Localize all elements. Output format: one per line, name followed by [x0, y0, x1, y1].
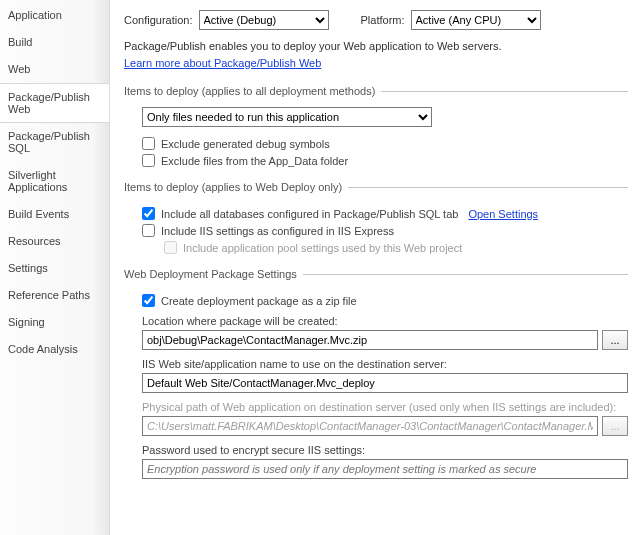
sidebar-item-label: Package/Publish SQL: [8, 130, 90, 154]
include-databases-checkbox[interactable]: [142, 207, 155, 220]
physical-browse-button: ...: [602, 416, 628, 436]
group-legend: Web Deployment Package Settings: [124, 268, 303, 280]
location-label: Location where package will be created:: [142, 315, 628, 327]
platform-select[interactable]: Active (Any CPU): [411, 10, 541, 30]
sidebar-item-code-analysis[interactable]: Code Analysis: [0, 336, 109, 363]
exclude-appdata-label: Exclude files from the App_Data folder: [161, 155, 348, 167]
sidebar-item-resources[interactable]: Resources: [0, 228, 109, 255]
sidebar-item-label: Application: [8, 9, 62, 21]
configuration-label: Configuration:: [124, 14, 193, 26]
include-apppool-checkbox: [164, 241, 177, 254]
sidebar-item-settings[interactable]: Settings: [0, 255, 109, 282]
sidebar-item-build[interactable]: Build: [0, 29, 109, 56]
include-apppool-label: Include application pool settings used b…: [183, 242, 462, 254]
sidebar-item-label: Build: [8, 36, 32, 48]
sidebar-item-label: Signing: [8, 316, 45, 328]
sidebar-item-label: Silverlight Applications: [8, 169, 67, 193]
sidebar-item-label: Code Analysis: [8, 343, 78, 355]
sidebar-item-signing[interactable]: Signing: [0, 309, 109, 336]
sidebar-item-package-publish-web[interactable]: Package/Publish Web: [0, 83, 109, 123]
password-label: Password used to encrypt secure IIS sett…: [142, 444, 628, 456]
deploy-mode-select[interactable]: Only files needed to run this applicatio…: [142, 107, 432, 127]
include-iis-label: Include IIS settings as configured in II…: [161, 225, 394, 237]
configuration-select[interactable]: Active (Debug): [199, 10, 329, 30]
learn-more-link[interactable]: Learn more about Package/Publish Web: [124, 57, 321, 69]
sidebar-item-reference-paths[interactable]: Reference Paths: [0, 282, 109, 309]
sidebar-item-label: Web: [8, 63, 30, 75]
location-input[interactable]: [142, 330, 598, 350]
sidebar-item-package-publish-sql[interactable]: Package/Publish SQL: [0, 123, 109, 162]
include-iis-checkbox[interactable]: [142, 224, 155, 237]
sidebar: Application Build Web Package/Publish We…: [0, 0, 110, 535]
main-panel: Configuration: Active (Debug) Platform: …: [110, 0, 640, 535]
iis-site-label: IIS Web site/application name to use on …: [142, 358, 628, 370]
sidebar-item-web[interactable]: Web: [0, 56, 109, 83]
intro-line: Package/Publish enables you to deploy yo…: [124, 38, 628, 55]
include-databases-label: Include all databases configured in Pack…: [161, 208, 458, 220]
physical-path-label: Physical path of Web application on dest…: [142, 401, 628, 413]
sidebar-item-build-events[interactable]: Build Events: [0, 201, 109, 228]
sidebar-item-label: Settings: [8, 262, 48, 274]
physical-path-input: [142, 416, 598, 436]
sidebar-item-label: Build Events: [8, 208, 69, 220]
sidebar-item-label: Package/Publish Web: [8, 91, 90, 115]
exclude-debug-checkbox[interactable]: [142, 137, 155, 150]
exclude-appdata-checkbox[interactable]: [142, 154, 155, 167]
sidebar-item-application[interactable]: Application: [0, 2, 109, 29]
create-zip-label: Create deployment package as a zip file: [161, 295, 357, 307]
sidebar-item-label: Resources: [8, 235, 61, 247]
intro-text: Package/Publish enables you to deploy yo…: [124, 38, 628, 71]
group-legend: Items to deploy (applies to Web Deploy o…: [124, 181, 348, 193]
iis-site-input[interactable]: [142, 373, 628, 393]
open-settings-link[interactable]: Open Settings: [468, 208, 538, 220]
group-items-webdeploy: Items to deploy (applies to Web Deploy o…: [124, 181, 628, 258]
platform-label: Platform:: [361, 14, 405, 26]
exclude-debug-label: Exclude generated debug symbols: [161, 138, 330, 150]
group-package-settings: Web Deployment Package Settings Create d…: [124, 268, 628, 485]
sidebar-item-silverlight-applications[interactable]: Silverlight Applications: [0, 162, 109, 201]
password-input[interactable]: [142, 459, 628, 479]
location-browse-button[interactable]: ...: [602, 330, 628, 350]
config-row: Configuration: Active (Debug) Platform: …: [124, 10, 628, 30]
sidebar-item-label: Reference Paths: [8, 289, 90, 301]
group-legend: Items to deploy (applies to all deployme…: [124, 85, 381, 97]
group-items-all: Items to deploy (applies to all deployme…: [124, 85, 628, 171]
create-zip-checkbox[interactable]: [142, 294, 155, 307]
